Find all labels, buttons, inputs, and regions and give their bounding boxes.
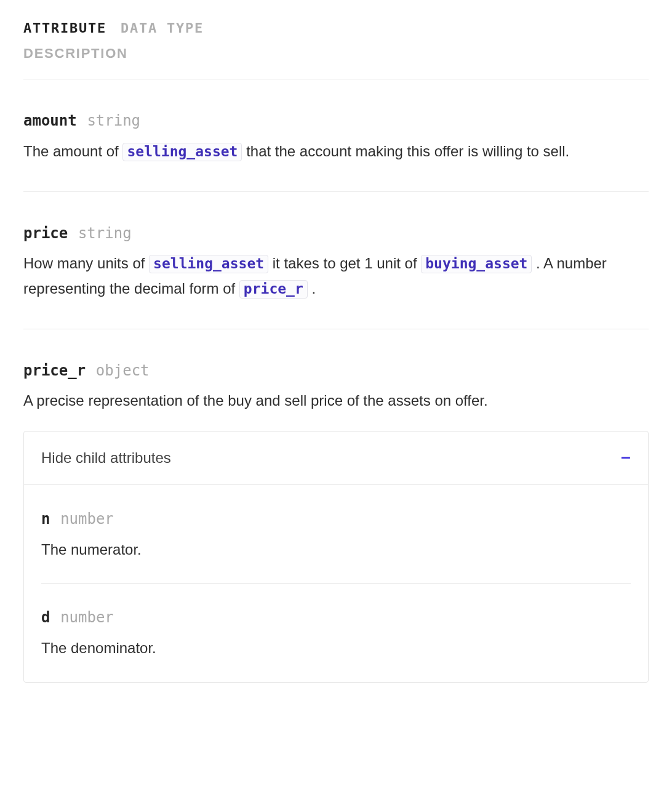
attribute-row-price-r: price_r object A precise representation …	[23, 329, 649, 683]
attribute-type: string	[78, 225, 132, 242]
attribute-header: n number	[41, 507, 631, 531]
attribute-type: number	[60, 609, 114, 626]
code-price-r: price_r	[239, 280, 308, 299]
minus-icon: −	[621, 449, 631, 467]
attribute-name: price_r	[23, 362, 86, 379]
attribute-name: price	[23, 225, 68, 242]
hide-child-attributes-toggle[interactable]: Hide child attributes −	[24, 432, 648, 485]
attribute-type: number	[60, 510, 114, 528]
child-attribute-n: n number The numerator.	[41, 485, 631, 583]
toggle-label: Hide child attributes	[41, 446, 171, 470]
child-attribute-d: d number The denominator.	[41, 583, 631, 681]
child-attributes-box: Hide child attributes − n number The num…	[23, 431, 649, 683]
desc-text: How many units of	[23, 255, 149, 271]
code-selling-asset: selling_asset	[149, 255, 268, 273]
desc-text: .	[311, 280, 316, 297]
attribute-type: string	[87, 112, 140, 129]
table-header-row: ATTRIBUTE DATA TYPE	[23, 17, 649, 39]
desc-text: that the account making this offer is wi…	[246, 143, 569, 159]
code-selling-asset: selling_asset	[122, 143, 242, 161]
attribute-description: A precise representation of the buy and …	[23, 388, 649, 414]
attribute-description: How many units of selling_asset it takes…	[23, 251, 649, 302]
attribute-type: object	[96, 362, 150, 379]
attribute-description: The denominator.	[41, 636, 631, 661]
attribute-header: price string	[23, 222, 649, 245]
attribute-row-price: price string How many units of selling_a…	[23, 192, 649, 329]
code-buying-asset: buying_asset	[421, 255, 532, 273]
child-attributes-body: n number The numerator. d number The den…	[24, 485, 648, 681]
attribute-name: amount	[23, 112, 77, 129]
attribute-description: The amount of selling_asset that the acc…	[23, 139, 649, 164]
desc-text: The amount of	[23, 143, 122, 159]
header-attribute: ATTRIBUTE	[23, 20, 106, 36]
attribute-name: d	[41, 609, 50, 626]
attribute-description: The numerator.	[41, 537, 631, 563]
header-data-type: DATA TYPE	[121, 20, 204, 36]
attribute-header: d number	[41, 606, 631, 629]
attribute-row-amount: amount string The amount of selling_asse…	[23, 79, 649, 191]
attribute-header: price_r object	[23, 359, 649, 382]
desc-text: it takes to get 1 unit of	[273, 255, 421, 271]
header-description: DESCRIPTION	[23, 42, 649, 64]
attribute-header: amount string	[23, 109, 649, 132]
attribute-name: n	[41, 510, 50, 528]
